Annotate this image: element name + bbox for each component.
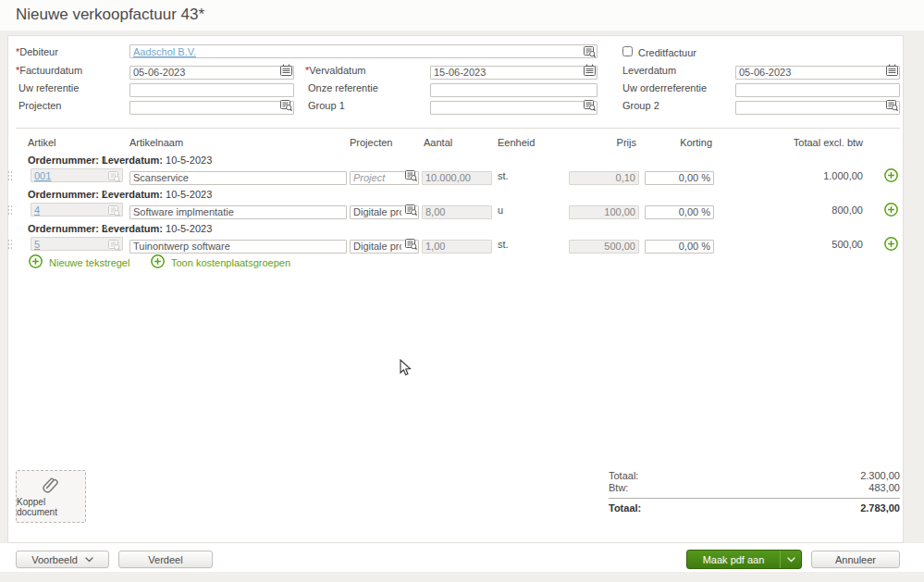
vat-value: 483,00	[740, 482, 900, 493]
artikel-cell: 5	[31, 237, 123, 251]
group2-input[interactable]	[735, 101, 900, 115]
row-group-header: Ordernummer: 1	[28, 155, 107, 166]
subtotal-value: 2.300,00	[740, 470, 900, 481]
chevron-down-icon	[85, 557, 93, 563]
debiteur-link[interactable]: Aadschol B.V.	[133, 46, 196, 57]
add-line-icon[interactable]	[884, 203, 898, 217]
attach-document-button[interactable]: Koppel document	[16, 470, 86, 523]
col-header-korting: Korting	[645, 137, 712, 148]
artikel-cell: 001	[31, 168, 123, 182]
lookup-icon[interactable]	[280, 99, 292, 111]
lookup-icon[interactable]	[584, 99, 596, 111]
leverdatum-label: Leverdatum:	[102, 223, 163, 234]
leverdatum-value: 10-5-2023	[166, 189, 212, 200]
uw-orderreferentie-field	[735, 80, 900, 94]
leverdatum-field	[735, 63, 900, 77]
vervaldatum-label: *Vervaldatum	[305, 65, 365, 76]
lookup-icon[interactable]	[584, 45, 596, 57]
total-label: Totaal:	[609, 502, 641, 514]
factuurdatum-field	[129, 63, 294, 77]
uw-orderreferentie-input[interactable]	[735, 83, 900, 97]
row-projecten-field	[350, 203, 419, 217]
ordernummer-label: Ordernummer:	[28, 155, 99, 166]
artikel-link[interactable]: 001	[34, 170, 51, 181]
ordernummer-label: Ordernummer:	[28, 223, 99, 234]
col-header-aantal: Aantal	[424, 137, 452, 148]
artikelnaam-input[interactable]	[129, 205, 347, 219]
prijs-field	[569, 168, 639, 182]
lookup-icon	[108, 170, 120, 182]
vervaldatum-field	[430, 63, 598, 77]
aantal-field	[422, 168, 492, 182]
lookup-icon[interactable]	[405, 238, 417, 250]
factuurdatum-label: *Factuurdatum	[16, 65, 82, 76]
debiteur-field: Aadschol B.V.	[129, 44, 598, 58]
artikel-link[interactable]: 4	[34, 204, 40, 216]
col-header-eenheid: Eenheid	[498, 137, 535, 148]
creditfactuur-label: Creditfactuur	[638, 47, 696, 58]
new-text-line-link[interactable]: Nieuwe tekstregel	[49, 257, 129, 268]
onze-referentie-input[interactable]	[430, 83, 598, 97]
onze-referentie-field	[430, 80, 598, 94]
lookup-icon[interactable]	[886, 99, 898, 111]
creditfactuur-checkbox[interactable]	[622, 46, 633, 56]
verdeel-button[interactable]: Verdeel	[118, 551, 213, 568]
korting-field	[645, 168, 714, 182]
vervaldatum-input[interactable]	[430, 66, 598, 80]
drag-handle[interactable]	[7, 204, 13, 217]
prijs-input	[569, 171, 639, 185]
leverdatum-label: Leverdatum:	[102, 189, 163, 200]
drag-handle[interactable]	[7, 239, 13, 251]
projecten-input[interactable]	[129, 101, 294, 115]
subtotal-label: Totaal:	[609, 470, 638, 481]
maak-pdf-button[interactable]: Maak pdf aan	[686, 550, 802, 569]
leverdatum-label: Leverdatum:	[102, 155, 163, 166]
add-line-icon[interactable]	[884, 168, 898, 182]
uw-referentie-input[interactable]	[129, 83, 294, 97]
add-line-icon[interactable]	[884, 237, 898, 251]
korting-field	[645, 237, 714, 251]
group1-input[interactable]	[430, 101, 598, 115]
korting-input[interactable]	[645, 171, 714, 185]
artikel-link[interactable]: 5	[34, 239, 40, 250]
row-group-header: Ordernummer: 3	[28, 223, 107, 234]
projecten-label: Projecten	[18, 100, 61, 111]
col-header-artikelnaam: Artikelnaam	[129, 137, 183, 148]
artikelnaam-input[interactable]	[129, 240, 347, 254]
korting-input[interactable]	[645, 240, 714, 254]
col-header-artikel: Artikel	[28, 137, 56, 148]
artikelnaam-field	[129, 168, 347, 182]
show-cost-groups-link[interactable]: Toon kostenplaatsgroepen	[171, 257, 290, 268]
korting-input[interactable]	[645, 205, 714, 219]
onze-referentie-label: Onze referentie	[308, 82, 378, 93]
debiteur-input[interactable]: Aadschol B.V.	[129, 44, 598, 58]
maak-pdf-label[interactable]: Maak pdf aan	[687, 551, 780, 568]
artikelnaam-input[interactable]	[129, 171, 347, 185]
calendar-icon[interactable]	[280, 64, 292, 76]
row-group-header: Ordernummer: 2	[28, 189, 107, 200]
group1-field	[430, 98, 598, 112]
chevron-down-icon[interactable]	[780, 551, 801, 568]
lookup-icon[interactable]	[405, 169, 417, 181]
section-divider	[16, 128, 900, 129]
row-group-header: Leverdatum: 10-5-2023	[102, 155, 212, 166]
new-text-line-icon[interactable]	[29, 254, 43, 268]
annuleer-button[interactable]: Annuleer	[811, 551, 900, 568]
leverdatum-input[interactable]	[735, 66, 900, 80]
calendar-icon[interactable]	[886, 64, 898, 76]
lookup-icon[interactable]	[405, 204, 417, 216]
verdeel-label: Verdeel	[148, 554, 182, 565]
group2-label: Group 2	[622, 100, 659, 111]
prijs-field	[569, 237, 639, 251]
korting-field	[645, 203, 714, 217]
show-cost-groups-icon[interactable]	[151, 254, 165, 268]
calendar-icon[interactable]	[584, 64, 596, 76]
aantal-field	[422, 237, 492, 251]
factuurdatum-input[interactable]	[129, 66, 294, 80]
drag-handle[interactable]	[7, 170, 13, 182]
row-totaal-value: 800,00	[770, 204, 863, 216]
row-totaal-value: 1.000,00	[770, 170, 863, 181]
debiteur-label: *Debiteur	[16, 46, 58, 57]
uw-orderreferentie-label: Uw orderreferentie	[622, 82, 707, 93]
voorbeeld-button[interactable]: Voorbeeld	[16, 551, 109, 568]
